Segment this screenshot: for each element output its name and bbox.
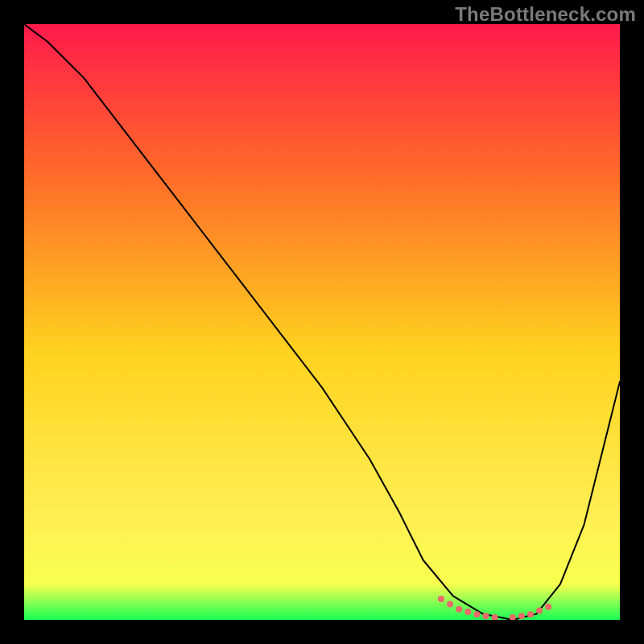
svg-point-10	[536, 608, 543, 614]
svg-point-5	[483, 613, 489, 619]
svg-point-11	[545, 604, 551, 610]
svg-point-4	[473, 611, 480, 617]
chart-svg	[24, 24, 620, 620]
svg-point-8	[518, 613, 525, 619]
svg-point-1	[447, 601, 453, 607]
watermark-label: TheBottleneck.com	[455, 3, 636, 26]
svg-point-3	[464, 609, 471, 615]
svg-point-2	[456, 606, 462, 613]
plot-area	[24, 24, 620, 620]
svg-point-9	[527, 611, 534, 617]
chart-frame: TheBottleneck.com	[0, 0, 644, 644]
gradient-background	[24, 24, 620, 620]
svg-point-0	[438, 596, 444, 602]
